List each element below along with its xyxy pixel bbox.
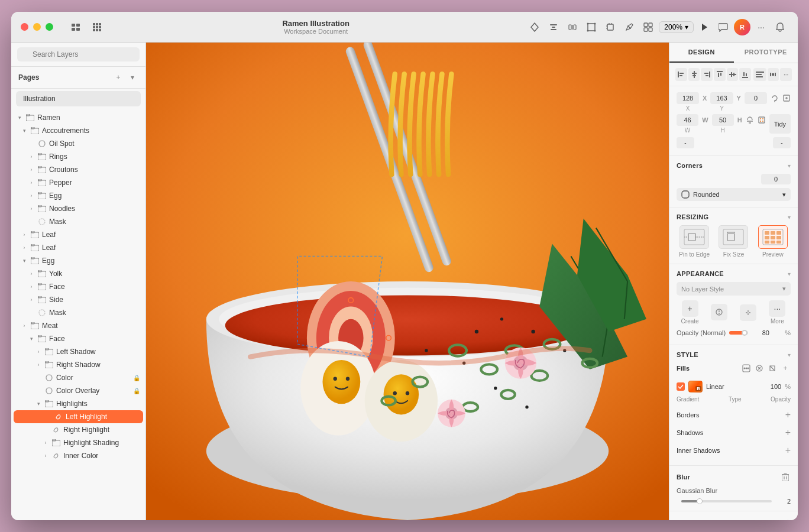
user-avatar[interactable]: R [734,19,750,35]
layer-left-shadow[interactable]: › Left Shadow [11,345,145,358]
maximize-button[interactable] [46,23,53,31]
zoom-control[interactable]: 200% ▾ [659,21,694,33]
appearance-chevron-icon[interactable]: ▾ [788,271,791,277]
gaussian-slider[interactable] [681,500,772,502]
toolbar-icons: 200% ▾ R ··· [526,19,788,35]
align-bottom-icon[interactable] [739,68,751,81]
layer-right-highlight[interactable]: ▾ Right Highlight [11,423,145,436]
add-border-button[interactable]: + [785,410,791,420]
corner-value-input[interactable] [761,174,791,184]
layer-face-egg[interactable]: › Face [11,280,145,293]
component-icon[interactable] [640,19,656,35]
rounded-select[interactable]: Rounded ▾ [677,188,791,201]
layer-croutons[interactable]: › Croutons [11,163,145,176]
align-center-h-icon[interactable] [688,68,700,81]
fill-color-preview[interactable]: B [688,381,703,392]
delete-blur-icon[interactable] [780,472,791,482]
layer-leaf1[interactable]: › Leaf [11,228,145,241]
more-style-action[interactable]: ··· More [764,300,791,325]
corners-chevron-icon[interactable]: ▾ [788,163,791,169]
no-style-select[interactable]: No Layer Style ▾ [677,282,791,296]
layer-ramen[interactable]: ▾ Ramen [11,111,145,124]
more-alignment-icon[interactable]: ··· [780,68,792,81]
view-toggle-icon[interactable] [67,19,84,35]
tidy-button[interactable]: Tidy [769,114,791,134]
play-icon[interactable] [696,19,713,35]
minimize-button[interactable] [33,23,41,31]
layer-side[interactable]: › Side [11,293,145,306]
add-page-button[interactable]: + [112,72,124,83]
x-input[interactable] [677,92,699,104]
frame-icon[interactable] [583,19,600,35]
layer-accoutrements-label: Accoutrements [42,126,141,135]
layer-highlights[interactable]: ▾ Highlights [11,397,145,410]
fills-blend-icon[interactable] [767,363,778,374]
layer-left-highlight[interactable]: ▾ Left Highlight [14,410,143,423]
layer-rings[interactable]: › Rings [11,150,145,163]
align-icon[interactable] [545,19,562,35]
opacity-slider-container[interactable] [729,331,748,335]
align-top-icon[interactable] [714,68,726,81]
close-button[interactable] [21,23,28,31]
resizing-chevron-icon[interactable]: ▾ [788,214,791,220]
layer-mask2[interactable]: ▾ Mask [11,306,145,319]
distribute-h-icon[interactable] [768,68,779,81]
layer-highlight-shading[interactable]: › Highlight Shading [11,436,145,449]
align-right-icon[interactable] [701,68,713,81]
crop-icon[interactable] [602,19,619,35]
layer-right-shadow[interactable]: › Right Shadow [11,358,145,371]
layer-mask1[interactable]: ▾ Mask [11,215,145,228]
pen-icon[interactable] [621,19,638,35]
rotation-input[interactable] [745,92,767,104]
align-middle-icon[interactable] [727,68,739,81]
resize-pin-to-edge[interactable]: Pin to Edge [677,225,712,258]
notification-icon[interactable] [772,19,788,35]
resize-fix-size[interactable]: Fix Size [716,225,751,258]
layer-yolk[interactable]: › Yolk [11,267,145,280]
resize-preview[interactable]: Preview [755,225,791,258]
y-input[interactable] [710,92,733,104]
symbol-icon[interactable] [526,19,543,35]
layer-color[interactable]: ▾ Color 🔒 [11,371,145,384]
fill-checkbox[interactable] [677,382,685,391]
layer-color-overlay[interactable]: ▾ Color Overlay 🔒 [11,384,145,397]
page-illustration[interactable]: Illustration [16,91,141,106]
grid-view-icon[interactable] [89,19,105,35]
layer-egg-acc[interactable]: › Egg [11,189,145,202]
layer-meat[interactable]: › Meat [11,319,145,332]
detach-style-action[interactable] [735,304,762,321]
comment-icon[interactable] [715,19,732,35]
group-icon [30,256,40,265]
h-input[interactable] [712,114,734,126]
padding-input[interactable]: - [677,137,694,148]
fills-adjust-icon[interactable] [754,363,765,374]
pages-chevron-icon[interactable]: ▾ [127,72,138,83]
layer-accoutrements[interactable]: ▾ Accoutrements [11,124,145,137]
layer-noodles[interactable]: › Noodles [11,202,145,215]
layer-face-group[interactable]: ▾ Face [11,332,145,345]
layer-inner-color[interactable]: › Inner Color [11,449,145,462]
tab-design[interactable]: DESIGN [669,43,734,63]
layer-egg-group[interactable]: ▾ Egg [11,254,145,267]
edit-style-action[interactable] [706,304,732,322]
distribute-icon[interactable] [564,19,581,35]
spacing-input[interactable]: - [773,137,791,148]
add-inner-shadow-button[interactable]: + [785,445,791,456]
fill-opacity-value[interactable]: 100 [771,383,781,390]
add-export-button[interactable]: + [785,517,791,520]
more-options-icon[interactable]: ··· [753,19,769,35]
search-input[interactable] [17,47,140,61]
tab-prototype[interactable]: PROTOTYPE [734,43,798,63]
text-align-icon[interactable] [753,68,766,81]
w-input[interactable] [677,114,698,126]
add-shadow-button[interactable]: + [785,427,791,438]
layer-leaf2[interactable]: › Leaf [11,241,145,254]
style-chevron-icon[interactable]: ▾ [788,352,791,358]
fills-style-icon[interactable] [741,363,752,374]
layer-pepper[interactable]: › Pepper [11,176,145,189]
align-left-icon[interactable] [675,68,687,81]
add-fill-icon[interactable]: + [780,363,791,374]
layer-oil-spot[interactable]: ▾ Oil Spot [11,137,145,150]
canvas-area[interactable] [146,43,669,520]
create-style-action[interactable]: + Create [677,300,703,325]
